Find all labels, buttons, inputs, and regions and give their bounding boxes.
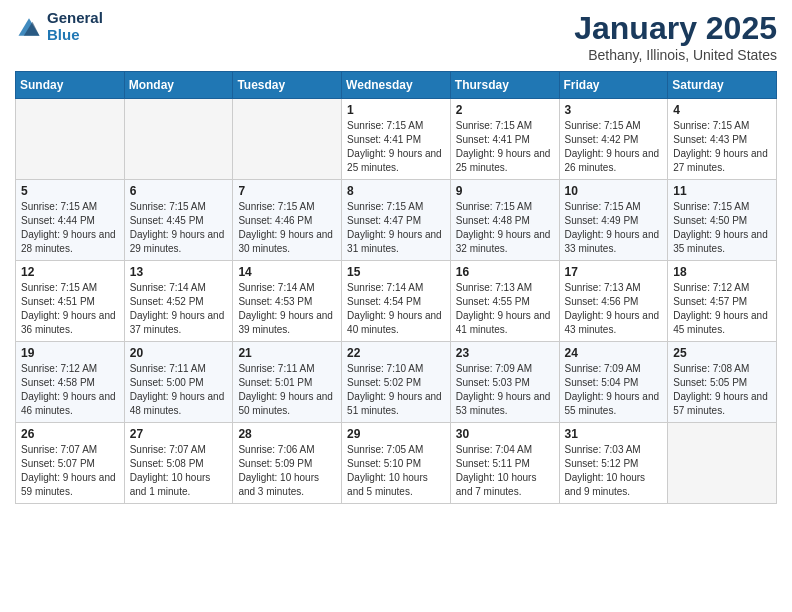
day-info: Sunrise: 7:13 AM Sunset: 4:56 PM Dayligh…	[565, 281, 663, 337]
day-number: 25	[673, 346, 771, 360]
day-number: 2	[456, 103, 554, 117]
day-number: 24	[565, 346, 663, 360]
calendar-cell: 21Sunrise: 7:11 AM Sunset: 5:01 PM Dayli…	[233, 342, 342, 423]
day-info: Sunrise: 7:10 AM Sunset: 5:02 PM Dayligh…	[347, 362, 445, 418]
day-info: Sunrise: 7:04 AM Sunset: 5:11 PM Dayligh…	[456, 443, 554, 499]
day-number: 3	[565, 103, 663, 117]
calendar-cell: 18Sunrise: 7:12 AM Sunset: 4:57 PM Dayli…	[668, 261, 777, 342]
day-number: 22	[347, 346, 445, 360]
day-number: 14	[238, 265, 336, 279]
day-number: 23	[456, 346, 554, 360]
day-info: Sunrise: 7:13 AM Sunset: 4:55 PM Dayligh…	[456, 281, 554, 337]
day-info: Sunrise: 7:15 AM Sunset: 4:46 PM Dayligh…	[238, 200, 336, 256]
day-info: Sunrise: 7:07 AM Sunset: 5:07 PM Dayligh…	[21, 443, 119, 499]
day-info: Sunrise: 7:11 AM Sunset: 5:01 PM Dayligh…	[238, 362, 336, 418]
day-info: Sunrise: 7:15 AM Sunset: 4:45 PM Dayligh…	[130, 200, 228, 256]
logo-text: General Blue	[47, 10, 103, 43]
day-info: Sunrise: 7:07 AM Sunset: 5:08 PM Dayligh…	[130, 443, 228, 499]
day-info: Sunrise: 7:15 AM Sunset: 4:41 PM Dayligh…	[456, 119, 554, 175]
day-number: 1	[347, 103, 445, 117]
logo: General Blue	[15, 10, 103, 43]
day-info: Sunrise: 7:05 AM Sunset: 5:10 PM Dayligh…	[347, 443, 445, 499]
day-number: 15	[347, 265, 445, 279]
day-info: Sunrise: 7:15 AM Sunset: 4:47 PM Dayligh…	[347, 200, 445, 256]
calendar-cell: 27Sunrise: 7:07 AM Sunset: 5:08 PM Dayli…	[124, 423, 233, 504]
calendar-cell: 13Sunrise: 7:14 AM Sunset: 4:52 PM Dayli…	[124, 261, 233, 342]
day-info: Sunrise: 7:15 AM Sunset: 4:48 PM Dayligh…	[456, 200, 554, 256]
day-info: Sunrise: 7:09 AM Sunset: 5:04 PM Dayligh…	[565, 362, 663, 418]
day-number: 8	[347, 184, 445, 198]
day-info: Sunrise: 7:09 AM Sunset: 5:03 PM Dayligh…	[456, 362, 554, 418]
calendar-cell: 23Sunrise: 7:09 AM Sunset: 5:03 PM Dayli…	[450, 342, 559, 423]
day-info: Sunrise: 7:15 AM Sunset: 4:50 PM Dayligh…	[673, 200, 771, 256]
day-number: 4	[673, 103, 771, 117]
month-title: January 2025	[574, 10, 777, 47]
day-info: Sunrise: 7:12 AM Sunset: 4:58 PM Dayligh…	[21, 362, 119, 418]
calendar-cell	[16, 99, 125, 180]
week-row-4: 19Sunrise: 7:12 AM Sunset: 4:58 PM Dayli…	[16, 342, 777, 423]
calendar-cell: 8Sunrise: 7:15 AM Sunset: 4:47 PM Daylig…	[342, 180, 451, 261]
day-number: 9	[456, 184, 554, 198]
day-number: 7	[238, 184, 336, 198]
day-info: Sunrise: 7:15 AM Sunset: 4:41 PM Dayligh…	[347, 119, 445, 175]
calendar-cell: 11Sunrise: 7:15 AM Sunset: 4:50 PM Dayli…	[668, 180, 777, 261]
day-info: Sunrise: 7:11 AM Sunset: 5:00 PM Dayligh…	[130, 362, 228, 418]
calendar-cell: 9Sunrise: 7:15 AM Sunset: 4:48 PM Daylig…	[450, 180, 559, 261]
day-info: Sunrise: 7:15 AM Sunset: 4:44 PM Dayligh…	[21, 200, 119, 256]
day-number: 29	[347, 427, 445, 441]
calendar-cell: 29Sunrise: 7:05 AM Sunset: 5:10 PM Dayli…	[342, 423, 451, 504]
day-info: Sunrise: 7:14 AM Sunset: 4:53 PM Dayligh…	[238, 281, 336, 337]
day-number: 19	[21, 346, 119, 360]
day-info: Sunrise: 7:12 AM Sunset: 4:57 PM Dayligh…	[673, 281, 771, 337]
day-info: Sunrise: 7:15 AM Sunset: 4:51 PM Dayligh…	[21, 281, 119, 337]
week-row-5: 26Sunrise: 7:07 AM Sunset: 5:07 PM Dayli…	[16, 423, 777, 504]
day-number: 17	[565, 265, 663, 279]
calendar-cell	[668, 423, 777, 504]
weekday-header-sunday: Sunday	[16, 72, 125, 99]
day-number: 13	[130, 265, 228, 279]
day-number: 11	[673, 184, 771, 198]
logo-icon	[15, 13, 43, 41]
calendar-cell: 14Sunrise: 7:14 AM Sunset: 4:53 PM Dayli…	[233, 261, 342, 342]
day-info: Sunrise: 7:14 AM Sunset: 4:54 PM Dayligh…	[347, 281, 445, 337]
title-block: January 2025 Bethany, Illinois, United S…	[574, 10, 777, 63]
calendar-cell: 2Sunrise: 7:15 AM Sunset: 4:41 PM Daylig…	[450, 99, 559, 180]
day-number: 20	[130, 346, 228, 360]
calendar-cell: 24Sunrise: 7:09 AM Sunset: 5:04 PM Dayli…	[559, 342, 668, 423]
calendar-cell: 15Sunrise: 7:14 AM Sunset: 4:54 PM Dayli…	[342, 261, 451, 342]
weekday-header-row: SundayMondayTuesdayWednesdayThursdayFrid…	[16, 72, 777, 99]
day-number: 5	[21, 184, 119, 198]
calendar-cell: 20Sunrise: 7:11 AM Sunset: 5:00 PM Dayli…	[124, 342, 233, 423]
week-row-1: 1Sunrise: 7:15 AM Sunset: 4:41 PM Daylig…	[16, 99, 777, 180]
day-info: Sunrise: 7:15 AM Sunset: 4:42 PM Dayligh…	[565, 119, 663, 175]
calendar-cell	[124, 99, 233, 180]
day-info: Sunrise: 7:15 AM Sunset: 4:43 PM Dayligh…	[673, 119, 771, 175]
calendar-cell: 17Sunrise: 7:13 AM Sunset: 4:56 PM Dayli…	[559, 261, 668, 342]
weekday-header-thursday: Thursday	[450, 72, 559, 99]
day-number: 16	[456, 265, 554, 279]
calendar-cell: 22Sunrise: 7:10 AM Sunset: 5:02 PM Dayli…	[342, 342, 451, 423]
day-number: 26	[21, 427, 119, 441]
week-row-3: 12Sunrise: 7:15 AM Sunset: 4:51 PM Dayli…	[16, 261, 777, 342]
day-info: Sunrise: 7:08 AM Sunset: 5:05 PM Dayligh…	[673, 362, 771, 418]
calendar-table: SundayMondayTuesdayWednesdayThursdayFrid…	[15, 71, 777, 504]
weekday-header-friday: Friday	[559, 72, 668, 99]
calendar-cell: 5Sunrise: 7:15 AM Sunset: 4:44 PM Daylig…	[16, 180, 125, 261]
calendar-cell: 12Sunrise: 7:15 AM Sunset: 4:51 PM Dayli…	[16, 261, 125, 342]
calendar-cell: 7Sunrise: 7:15 AM Sunset: 4:46 PM Daylig…	[233, 180, 342, 261]
calendar-cell	[233, 99, 342, 180]
weekday-header-wednesday: Wednesday	[342, 72, 451, 99]
calendar-cell: 26Sunrise: 7:07 AM Sunset: 5:07 PM Dayli…	[16, 423, 125, 504]
calendar-cell: 16Sunrise: 7:13 AM Sunset: 4:55 PM Dayli…	[450, 261, 559, 342]
calendar-cell: 19Sunrise: 7:12 AM Sunset: 4:58 PM Dayli…	[16, 342, 125, 423]
calendar-cell: 3Sunrise: 7:15 AM Sunset: 4:42 PM Daylig…	[559, 99, 668, 180]
weekday-header-tuesday: Tuesday	[233, 72, 342, 99]
day-info: Sunrise: 7:15 AM Sunset: 4:49 PM Dayligh…	[565, 200, 663, 256]
day-number: 31	[565, 427, 663, 441]
calendar-cell: 28Sunrise: 7:06 AM Sunset: 5:09 PM Dayli…	[233, 423, 342, 504]
day-info: Sunrise: 7:06 AM Sunset: 5:09 PM Dayligh…	[238, 443, 336, 499]
day-number: 28	[238, 427, 336, 441]
location-title: Bethany, Illinois, United States	[574, 47, 777, 63]
page-header: General Blue January 2025 Bethany, Illin…	[15, 10, 777, 63]
weekday-header-saturday: Saturday	[668, 72, 777, 99]
